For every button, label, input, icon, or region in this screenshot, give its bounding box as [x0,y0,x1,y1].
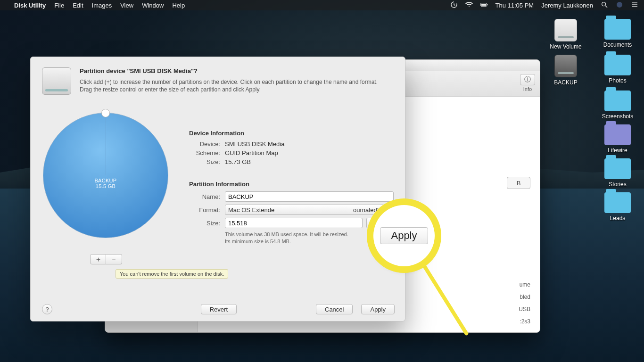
svg-point-5 [617,2,622,8]
format-select[interactable]: Mac OS Extende ournaled) ⌃⌄ [225,205,394,215]
drive-icon [554,19,577,41]
toolbar-info[interactable]: ⓘInfo [520,74,535,92]
svg-rect-2 [487,4,487,5]
partition-sheet: Partition device "SMI USB DISK Media"? C… [30,57,405,321]
svg-line-4 [605,6,607,8]
desktop-drive-backup[interactable]: BACKUP [547,55,585,86]
info-icon: ⓘ [520,74,535,85]
add-partition-button[interactable]: ＋ [90,254,106,264]
svg-rect-7 [632,4,637,5]
menu-images[interactable]: Images [92,2,112,9]
desktop-folder-screenshots[interactable]: Screenshots [599,90,636,120]
menu-edit[interactable]: Edit [73,2,83,9]
desktop-folder-lifewire[interactable]: Lifewire [599,124,636,154]
remove-partition-button: － [106,254,122,264]
menu-window[interactable]: Window [142,2,164,9]
size-input[interactable] [225,218,363,228]
apply-button[interactable]: Apply [361,304,395,314]
menu-view[interactable]: View [120,2,133,9]
wifi-icon[interactable] [465,1,473,10]
device-info-header: Device Information [189,130,394,137]
desktop-folder-leads[interactable]: Leads [599,192,636,222]
partition-info-header: Partition Information [189,181,394,188]
menubar: Disk Utility File Edit Images View Windo… [0,0,644,10]
folder-icon [604,192,631,213]
partition-name-input[interactable] [225,191,394,202]
desktop-folder-photos[interactable]: Photos [599,55,636,86]
disk-large-icon [42,67,71,95]
clock-text[interactable]: Thu 11:05 PM [495,2,534,9]
folder-icon [604,124,631,145]
help-button[interactable]: ? [42,304,52,314]
siri-icon[interactable] [616,1,623,10]
partition-pie[interactable]: BACKUP15.5 GB [43,113,168,238]
svg-rect-1 [481,4,486,6]
volume-chip: B [507,177,530,189]
user-name[interactable]: Jeremy Laukkonen [541,2,593,9]
device-value: SMI USB DISK Media [225,140,284,148]
desktop-folder-documents[interactable]: Documents [599,19,636,50]
resize-handle[interactable] [101,109,110,117]
svg-point-3 [602,2,606,6]
revert-button[interactable]: Revert [201,304,237,314]
size-note: This volume has 38 MB used space. It wil… [225,231,394,245]
annotation-highlight: Apply [373,205,435,266]
timemachine-icon[interactable] [450,1,458,10]
desktop-folder-stories[interactable]: Stories [599,158,636,188]
folder-icon [604,55,631,75]
sheet-subtitle: Click add (+) to increase the number of … [80,78,381,93]
cancel-button[interactable]: Cancel [316,304,353,314]
scheme-value: GUID Partition Map [225,149,278,156]
desktop-icons: New Volume Documents BACKUP Photos Scree… [537,19,636,222]
app-name[interactable]: Disk Utility [14,2,46,9]
drive-icon [554,55,577,77]
annotation-apply-zoom: Apply [380,227,428,244]
folder-icon [604,158,631,179]
sheet-title: Partition device "SMI USB DISK Media"? [80,67,381,74]
folder-icon [604,90,631,111]
svg-rect-8 [632,6,637,7]
notification-center-icon[interactable] [631,1,638,10]
partial-info: ume bled USB :2s3 [519,279,530,328]
battery-icon[interactable] [480,1,488,10]
remove-disabled-tooltip: You can't remove the first volume on the… [116,269,228,279]
menu-file[interactable]: File [54,2,64,9]
svg-rect-6 [632,2,637,3]
desktop-drive-newvolume[interactable]: New Volume [547,19,585,50]
spotlight-icon[interactable] [601,1,608,10]
device-size: 15.73 GB [225,158,251,165]
menu-help[interactable]: Help [172,2,185,9]
folder-icon [604,19,631,40]
